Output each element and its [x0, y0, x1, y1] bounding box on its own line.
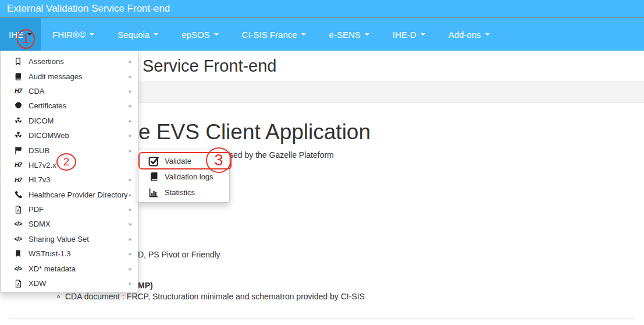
- chevron-right-icon: ▸: [129, 73, 132, 80]
- annotation-step-1: 1: [17, 29, 35, 49]
- dropdown-item-label: HL7v2.x: [29, 161, 56, 169]
- dropdown-item-audit-messages[interactable]: Audit messages ▸: [1, 69, 138, 83]
- dropdown-item-label: WSTrust-1.3: [29, 249, 70, 258]
- nav-label: CI-SIS France: [242, 30, 297, 40]
- chevron-right-icon: ▸: [129, 250, 132, 257]
- nav-item-epsos[interactable]: epSOS: [170, 18, 230, 51]
- radiation-icon: [13, 116, 23, 125]
- dropdown-item-xd-metadata[interactable]: </> XD* metadata ▸: [1, 261, 138, 275]
- caret-down-icon: [421, 33, 425, 36]
- dropdown-item-sharing-value-set[interactable]: </> Sharing Value Set ▸: [1, 232, 138, 246]
- chevron-right-icon: ▸: [129, 266, 132, 272]
- nav-item-sequoia[interactable]: Sequoia: [106, 18, 170, 51]
- body-text-line-bold: MP): [138, 281, 153, 290]
- chevron-right-icon: ▸: [129, 280, 132, 287]
- code-icon: </>: [13, 264, 23, 273]
- dropdown-item-label: SDMX: [29, 220, 51, 228]
- dropdown-list: Assertions ▸ Audit messages ▸ H7 CDA ▸ C…: [1, 54, 138, 291]
- ihe-dropdown-menu: Assertions ▸ Audit messages ▸ H7 CDA ▸ C…: [0, 51, 138, 293]
- nav-item-esens[interactable]: e-SENS: [318, 18, 381, 51]
- bookmark-outline-icon: [13, 57, 23, 66]
- dropdown-item-assertions[interactable]: Assertions ▸: [1, 54, 138, 69]
- nav-item-cisis-france[interactable]: CI-SIS France: [230, 18, 318, 51]
- dropdown-item-label: Sharing Value Set: [29, 235, 89, 243]
- page: External Validation Service Front-end IH…: [0, 0, 644, 325]
- dropdown-item-sdmx[interactable]: </> SDMX ▸: [1, 217, 138, 231]
- nav-label: IHE-D: [393, 30, 417, 40]
- dropdown-item-label: HL7v3: [29, 175, 51, 184]
- submenu-item-label: Statistics: [165, 188, 195, 197]
- intro-text: sed by the Gazelle Plateform: [229, 150, 334, 160]
- nav-item-add-ons[interactable]: Add-ons: [437, 18, 501, 51]
- chevron-right-icon: ▸: [129, 236, 132, 242]
- pdf-file-icon: [13, 279, 23, 288]
- dropdown-item-wstrust[interactable]: WSTrust-1.3 ▸: [1, 246, 138, 261]
- chevron-right-icon: ▸: [129, 132, 132, 139]
- caret-down-icon: [365, 33, 369, 36]
- hl7-icon: H7: [13, 160, 23, 169]
- caret-down-icon: [90, 33, 94, 36]
- book-icon: [13, 72, 23, 81]
- nav-label: epSOS: [182, 30, 209, 40]
- bullet-icon: [57, 295, 60, 298]
- chevron-right-icon: ▸: [129, 103, 132, 109]
- dropdown-item-dicomweb[interactable]: DICOMWeb ▸: [1, 128, 138, 143]
- list-item: CDA document : FRCP, Structuration minim…: [57, 292, 365, 301]
- code-icon: </>: [13, 220, 23, 229]
- dropdown-item-label: Audit messages: [29, 72, 83, 81]
- dropdown-item-label: DICOMWeb: [29, 131, 69, 140]
- main-navbar: IHE FHIR®© Sequoia epSOS CI-SIS France e…: [0, 17, 644, 51]
- bar-chart-icon: [147, 187, 160, 199]
- dropdown-item-xdw[interactable]: XDW ▸: [1, 276, 138, 291]
- flag-icon: [13, 146, 23, 155]
- dropdown-item-pdf[interactable]: PDF ▸: [1, 202, 138, 217]
- pdf-file-icon: [13, 205, 23, 214]
- divider: [9, 318, 635, 319]
- nav-list: IHE FHIR®© Sequoia epSOS CI-SIS France e…: [0, 18, 644, 51]
- annotation-step-3: 3: [206, 147, 232, 173]
- caret-down-icon: [154, 33, 158, 36]
- nav-item-ihe-d[interactable]: IHE-D: [381, 18, 437, 51]
- dropdown-item-label: DICOM: [29, 116, 54, 125]
- page-title: Service Front-end: [143, 56, 277, 76]
- nav-label: Sequoia: [118, 30, 150, 40]
- annotation-step-2: 2: [56, 153, 76, 171]
- chevron-right-icon: ▸: [129, 192, 132, 198]
- dropdown-item-label: DSUB: [29, 146, 49, 155]
- caret-down-icon: [301, 33, 306, 36]
- nav-label: FHIR®©: [52, 30, 86, 40]
- hl7-icon: H7: [13, 175, 23, 185]
- dropdown-item-hl7v3[interactable]: H7 HL7v3 ▸: [1, 172, 138, 187]
- dropdown-item-cda[interactable]: H7 CDA ▸: [1, 84, 138, 98]
- chevron-right-icon: ▸: [129, 176, 132, 183]
- dropdown-item-certificates[interactable]: Certificates ▸: [1, 98, 138, 113]
- nav-item-fhir[interactable]: FHIR®©: [41, 18, 106, 51]
- radiation-icon: [13, 131, 23, 140]
- phone-icon: [13, 190, 23, 199]
- chevron-right-icon: ▸: [129, 206, 132, 213]
- caret-down-icon: [485, 33, 490, 36]
- dropdown-item-label: CDA: [29, 87, 44, 96]
- nav-label: e-SENS: [329, 30, 361, 40]
- hl7-icon: H7: [13, 86, 23, 96]
- dropdown-item-healthcare-provider-directory[interactable]: Healthcare Provider Directory ▸: [1, 188, 138, 202]
- bookmark-filled-icon: [13, 249, 23, 259]
- certificate-icon: [13, 101, 23, 111]
- chevron-right-icon: ▸: [129, 58, 132, 65]
- chevron-right-icon: ▸: [129, 118, 132, 124]
- dropdown-item-label: Healthcare Provider Directory: [29, 190, 128, 199]
- chevron-right-icon: ▸: [129, 221, 132, 227]
- chevron-right-icon: ▸: [129, 88, 132, 94]
- submenu-item-statistics[interactable]: Statistics: [138, 185, 229, 200]
- app-header: External Validation Service Front-end: [0, 0, 644, 17]
- welcome-heading: e EVS Client Application: [138, 120, 371, 144]
- dropdown-item-dicom[interactable]: DICOM ▸: [1, 114, 138, 128]
- submenu-item-label: Validation logs: [165, 172, 214, 181]
- dropdown-item-label: XDW: [29, 279, 46, 288]
- dropdown-item-label: Assertions: [29, 57, 64, 66]
- chevron-right-icon: ▸: [129, 147, 132, 154]
- dropdown-item-label: Certificates: [29, 101, 66, 110]
- dropdown-item-label: XD* metadata: [29, 264, 76, 273]
- nav-label: Add-ons: [449, 30, 481, 40]
- list-item-text: CDA document : FRCP, Structuration minim…: [65, 292, 365, 301]
